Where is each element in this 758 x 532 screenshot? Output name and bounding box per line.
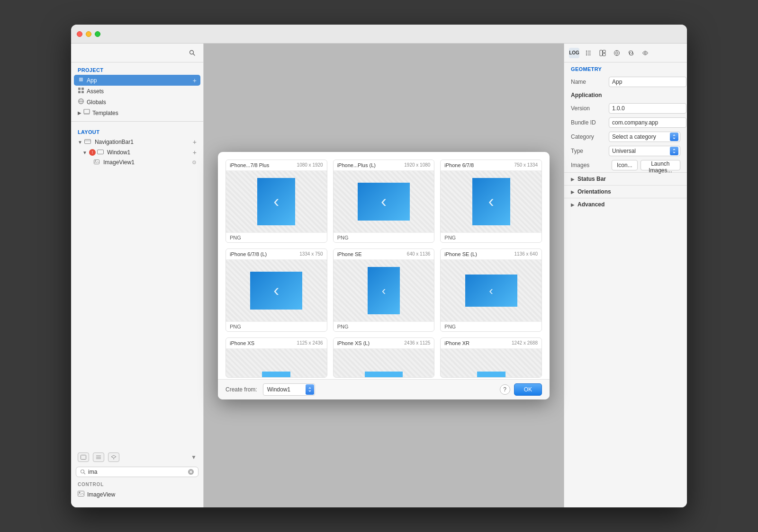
svg-rect-16 — [94, 160, 99, 164]
device-dims-9: 1242 x 2688 — [512, 340, 538, 346]
link-icon — [628, 50, 634, 56]
add-window-button[interactable]: + — [193, 149, 197, 156]
device-card-iphonexs[interactable]: iPhone XS 1125 x 2436 — [226, 337, 327, 378]
device-dims-3: 750 x 1334 — [514, 162, 538, 168]
svg-rect-4 — [78, 88, 81, 90]
orientations-section[interactable]: ▶ Orientations — [564, 185, 687, 198]
launch-images-button[interactable]: Launch Images... — [641, 160, 680, 170]
right-panel-toolbar: LOG — [564, 44, 687, 62]
imageview1-gear[interactable]: ⚙ — [192, 160, 197, 166]
icon-images-button[interactable]: Icon... — [612, 160, 638, 170]
advanced-section[interactable]: ▶ Advanced — [564, 198, 687, 211]
device-card-iphonesel[interactable]: iPhone SE (L) 1136 x 640 ‹ PNG — [440, 248, 542, 332]
device-dims-5: 640 x 1136 — [407, 251, 431, 257]
device-footer-2: PNG — [334, 232, 434, 242]
app-window: PROJECT App + Assets G — [71, 25, 687, 507]
sidebar-item-imageview1[interactable]: ImageView1 ⚙ — [71, 158, 203, 167]
layout-icon-button[interactable] — [597, 48, 608, 58]
device-preview-3: ‹ — [441, 171, 541, 232]
sidebar-app-label: App — [87, 77, 97, 84]
device-dims-4: 1334 x 750 — [299, 251, 323, 257]
type-row: Type Universal — [564, 144, 687, 158]
navbar-arrow: ▼ — [78, 140, 82, 145]
status-bar-section[interactable]: ▶ Status Bar — [564, 172, 687, 185]
link-icon-button[interactable] — [626, 48, 636, 58]
device-card-iphone78plus[interactable]: iPhone...7/8 Plus 1080 x 1920 ‹ PNG — [226, 160, 327, 243]
sidebar-toolbar-chevron[interactable]: ▼ — [191, 454, 197, 461]
svg-rect-13 — [84, 140, 90, 144]
device-card-iphonexr[interactable]: iPhone XR 1242 x 2688 — [440, 337, 542, 378]
svg-rect-11 — [84, 109, 90, 114]
add-app-button[interactable]: + — [193, 77, 197, 84]
bundle-input[interactable] — [609, 117, 686, 128]
control-imageview-label: ImageView — [87, 491, 115, 498]
add-navbar-button[interactable]: + — [193, 138, 197, 146]
device-card-header-3: iPhone 6/7/8 750 x 1334 — [441, 160, 541, 171]
sidebar-item-window[interactable]: ▼ ! Window1 + — [71, 147, 203, 158]
sidebar-item-app[interactable]: App + — [74, 75, 200, 86]
device-footer-3: PNG — [441, 232, 541, 242]
device-card-iphone678[interactable]: iPhone 6/7/8 750 x 1334 ‹ PNG — [440, 160, 542, 243]
app-icon — [78, 76, 84, 84]
status-bar-label: Status Bar — [578, 176, 606, 182]
main-area: iPhone...7/8 Plus 1080 x 1920 ‹ PNG — [204, 44, 564, 507]
navbar-label: NavigationBar1 — [95, 139, 134, 145]
bundle-row: Bundle ID — [564, 115, 687, 130]
target-icon-button[interactable] — [612, 48, 622, 58]
sidebar-item-templates[interactable]: ▶ Templates — [71, 107, 203, 118]
create-select-wrap: Window1 — [263, 383, 315, 396]
device-preview-5: ‹ — [334, 260, 434, 321]
close-button[interactable] — [77, 31, 82, 37]
control-imageview-icon — [78, 491, 84, 498]
device-card-header-5: iPhone SE 640 x 1136 — [334, 249, 434, 260]
sidebar-item-navbar[interactable]: ▼ NavigationBar1 + — [71, 137, 203, 147]
sidebar-item-assets[interactable]: Assets — [71, 86, 203, 97]
project-section-label: PROJECT — [71, 62, 203, 75]
dialog-body: iPhone...7/8 Plus 1080 x 1920 ‹ PNG — [218, 152, 550, 379]
version-input[interactable] — [609, 103, 686, 114]
device-name-5: iPhone SE — [337, 251, 362, 257]
sidebar-divider-1 — [71, 121, 203, 122]
application-label: Application — [571, 92, 602, 98]
sidebar-item-globals[interactable]: Globals — [71, 97, 203, 107]
device-card-iphonexsl[interactable]: iPhone XS (L) 2436 x 1125 — [333, 337, 435, 378]
list-icon-button[interactable] — [583, 48, 594, 58]
svg-rect-15 — [97, 150, 103, 154]
device-card-iphone678l[interactable]: iPhone 6/7/8 (L) 1334 x 750 ‹ PNG — [226, 248, 327, 332]
device-name-6: iPhone SE (L) — [444, 251, 477, 257]
svg-point-30 — [79, 492, 81, 493]
category-select[interactable]: Select a category — [609, 132, 680, 142]
toolbar-3d-btn[interactable] — [108, 452, 119, 462]
ok-button[interactable]: OK — [514, 383, 542, 396]
maximize-button[interactable] — [95, 31, 100, 37]
device-preview-9 — [441, 349, 541, 377]
partial-bar-8 — [365, 372, 403, 377]
device-name-8: iPhone XS (L) — [337, 340, 370, 346]
device-name-7: iPhone XS — [230, 340, 254, 346]
toolbar-list-btn[interactable] — [93, 452, 104, 462]
create-from-select[interactable]: Window1 — [263, 383, 315, 396]
svg-point-40 — [614, 50, 620, 55]
device-card-iphoneplusl[interactable]: iPhone...Plus (L) 1920 x 1080 ‹ PNG — [333, 160, 435, 243]
type-label: Type — [571, 148, 609, 154]
clear-search-button[interactable] — [188, 469, 194, 475]
name-input[interactable] — [609, 77, 686, 87]
globals-icon — [78, 98, 84, 106]
svg-rect-33 — [586, 53, 587, 53]
type-select[interactable]: Universal — [609, 146, 680, 156]
minimize-button[interactable] — [86, 31, 91, 37]
device-card-header-9: iPhone XR 1242 x 2688 — [441, 338, 541, 349]
search-input[interactable] — [88, 469, 185, 475]
device-card-header-1: iPhone...7/8 Plus 1080 x 1920 — [226, 160, 327, 171]
search-icon-button[interactable] — [187, 48, 198, 58]
device-card-iphonese[interactable]: iPhone SE 640 x 1136 ‹ PNG — [333, 248, 435, 332]
eye-icon-button[interactable] — [640, 48, 650, 58]
help-button[interactable]: ? — [500, 384, 510, 395]
log-icon-button[interactable]: LOG — [569, 48, 579, 58]
svg-marker-22 — [111, 455, 116, 458]
control-section-label: CONTROL — [71, 479, 203, 489]
target-icon — [614, 50, 620, 56]
device-dims-7: 1125 x 2436 — [297, 340, 323, 346]
toolbar-layout-btn[interactable] — [78, 452, 89, 462]
control-item-imageview[interactable]: ImageView — [71, 489, 203, 500]
